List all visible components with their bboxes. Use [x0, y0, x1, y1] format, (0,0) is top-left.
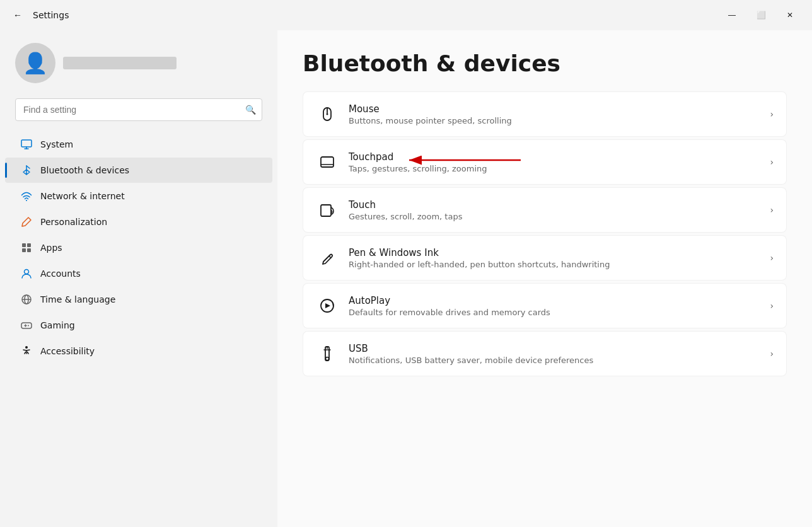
- svg-rect-17: [321, 205, 331, 216]
- sidebar-item-network[interactable]: Network & internet: [5, 183, 272, 209]
- window-title: Settings: [33, 10, 69, 20]
- svg-point-20: [326, 357, 329, 361]
- sidebar-item-network-label: Network & internet: [40, 191, 125, 201]
- usb-item-text: USB Notifications, USB battery saver, mo…: [349, 343, 760, 365]
- touchpad-desc: Taps, gestures, scrolling, zooming: [349, 164, 760, 173]
- monitor-icon: [20, 138, 33, 151]
- user-profile: 👤: [0, 30, 277, 98]
- sidebar-item-apps-label: Apps: [40, 243, 62, 253]
- sidebar-item-personalization[interactable]: Personalization: [5, 209, 272, 235]
- touch-title: Touch: [349, 199, 760, 211]
- sidebar-item-accessibility[interactable]: Accessibility: [5, 339, 272, 364]
- usb-title: USB: [349, 343, 760, 354]
- svg-point-11: [25, 346, 28, 349]
- autoplay-icon: [316, 294, 339, 317]
- account-icon: [20, 267, 33, 280]
- svg-rect-2: [22, 243, 26, 247]
- mouse-item-text: Mouse Buttons, mouse pointer speed, scro…: [349, 103, 760, 125]
- main-content: Bluetooth & devices Mouse Buttons, mouse…: [277, 30, 812, 527]
- pen-icon: [316, 246, 339, 269]
- svg-rect-3: [27, 243, 31, 247]
- autoplay-chevron: ›: [770, 301, 774, 311]
- sidebar-nav: System Bluetooth & devices: [0, 131, 277, 364]
- pen-chevron: ›: [770, 253, 774, 263]
- search-icon: 🔍: [245, 105, 256, 115]
- sidebar-item-accounts-label: Accounts: [40, 269, 81, 279]
- globe-icon: [20, 293, 33, 306]
- autoplay-desc: Defaults for removable drives and memory…: [349, 308, 760, 317]
- touchpad-title: Touchpad: [349, 151, 760, 163]
- touchpad-icon: [316, 151, 339, 173]
- sidebar-item-accounts[interactable]: Accounts: [5, 261, 272, 286]
- svg-rect-0: [21, 140, 32, 147]
- content-area: 👤 🔍: [0, 30, 812, 527]
- usb-chevron: ›: [770, 349, 774, 359]
- autoplay-item-text: AutoPlay Defaults for removable drives a…: [349, 295, 760, 317]
- settings-item-touch[interactable]: Touch Gestures, scroll, zoom, taps ›: [303, 187, 787, 233]
- sidebar-item-time-label: Time & language: [40, 294, 115, 304]
- mouse-title: Mouse: [349, 103, 760, 115]
- mouse-chevron: ›: [770, 109, 774, 119]
- touchpad-chevron: ›: [770, 157, 774, 167]
- bluetooth-icon: [20, 164, 33, 177]
- settings-item-usb[interactable]: USB Notifications, USB battery saver, mo…: [303, 331, 787, 376]
- title-bar-left: ← Settings: [8, 5, 69, 25]
- touch-icon: [316, 199, 339, 221]
- touchpad-item-text: Touchpad Taps, gestures, scrolling, zoom…: [349, 151, 760, 173]
- sidebar-item-apps[interactable]: Apps: [5, 235, 272, 260]
- touch-desc: Gestures, scroll, zoom, taps: [349, 212, 760, 221]
- svg-point-13: [327, 113, 328, 115]
- search-input[interactable]: [15, 98, 262, 121]
- wifi-icon: [20, 190, 33, 202]
- sidebar-item-system-label: System: [40, 139, 73, 149]
- avatar: 👤: [15, 43, 55, 83]
- title-bar: ← Settings — ⬜ ✕: [0, 0, 812, 30]
- search-box: 🔍: [15, 98, 262, 121]
- avatar-icon: 👤: [23, 51, 48, 75]
- usb-icon: [316, 342, 339, 365]
- svg-point-6: [25, 270, 29, 274]
- usb-desc: Notifications, USB battery saver, mobile…: [349, 356, 760, 365]
- sidebar-item-bluetooth[interactable]: Bluetooth & devices: [5, 158, 272, 183]
- svg-point-1: [26, 200, 27, 201]
- sidebar-item-personalization-label: Personalization: [40, 217, 107, 227]
- sidebar-item-bluetooth-label: Bluetooth & devices: [40, 165, 129, 175]
- settings-item-autoplay[interactable]: AutoPlay Defaults for removable drives a…: [303, 283, 787, 328]
- settings-list: Mouse Buttons, mouse pointer speed, scro…: [303, 91, 787, 376]
- game-icon: [20, 319, 33, 332]
- settings-window: ← Settings — ⬜ ✕ 👤 🔍: [0, 0, 812, 527]
- pen-desc: Right-handed or left-handed, pen button …: [349, 260, 760, 269]
- touch-chevron: ›: [770, 205, 774, 215]
- maximize-button[interactable]: ⬜: [746, 5, 775, 25]
- sidebar-item-system[interactable]: System: [5, 132, 272, 157]
- apps-icon: [20, 241, 33, 254]
- svg-rect-14: [321, 157, 334, 167]
- minimize-button[interactable]: —: [717, 5, 746, 25]
- mouse-icon: [316, 103, 339, 125]
- svg-rect-5: [27, 248, 31, 252]
- settings-item-pen[interactable]: Pen & Windows Ink Right-handed or left-h…: [303, 235, 787, 281]
- pen-title: Pen & Windows Ink: [349, 247, 760, 258]
- sidebar: 👤 🔍: [0, 30, 277, 527]
- settings-item-mouse[interactable]: Mouse Buttons, mouse pointer speed, scro…: [303, 91, 787, 137]
- pen-item-text: Pen & Windows Ink Right-handed or left-h…: [349, 247, 760, 269]
- svg-rect-4: [22, 248, 26, 252]
- brush-icon: [20, 216, 33, 228]
- accessibility-icon: [20, 345, 33, 357]
- back-button[interactable]: ←: [8, 5, 28, 25]
- sidebar-item-gaming-label: Gaming: [40, 320, 75, 330]
- sidebar-item-time[interactable]: Time & language: [5, 287, 272, 312]
- sidebar-item-accessibility-label: Accessibility: [40, 346, 95, 356]
- page-title: Bluetooth & devices: [303, 50, 787, 76]
- user-name-placeholder: [63, 57, 177, 69]
- window-controls: — ⬜ ✕: [717, 5, 804, 25]
- mouse-desc: Buttons, mouse pointer speed, scrolling: [349, 116, 760, 125]
- settings-item-touchpad[interactable]: Touchpad Taps, gestures, scrolling, zoom…: [303, 139, 787, 185]
- svg-point-10: [28, 325, 29, 327]
- close-button[interactable]: ✕: [775, 5, 804, 25]
- sidebar-item-gaming[interactable]: Gaming: [5, 313, 272, 338]
- touch-item-text: Touch Gestures, scroll, zoom, taps: [349, 199, 760, 221]
- autoplay-title: AutoPlay: [349, 295, 760, 306]
